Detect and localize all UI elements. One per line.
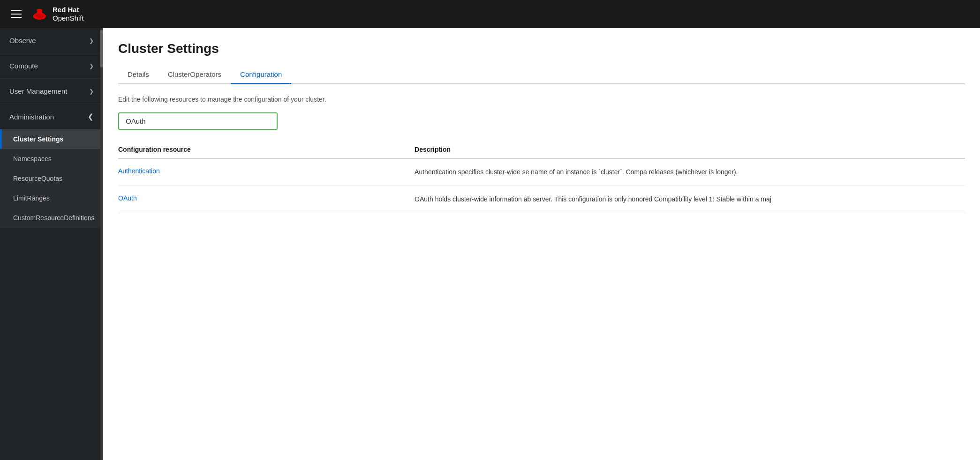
- table-cell-description-authentication: Authentication specifies cluster-wide se…: [415, 158, 965, 186]
- sidebar-item-observe[interactable]: Observe ❯: [0, 28, 103, 53]
- chevron-right-icon: ❯: [89, 88, 94, 95]
- main-content: Cluster Settings Details ClusterOperator…: [103, 28, 980, 460]
- search-box-wrapper: [118, 112, 965, 130]
- tabs: Details ClusterOperators Configuration: [118, 66, 965, 84]
- sidebar-administration-sub-items: Cluster Settings Namespaces ResourceQuot…: [0, 129, 103, 228]
- page-title: Cluster Settings: [118, 41, 965, 56]
- authentication-link[interactable]: Authentication: [118, 167, 160, 175]
- tab-cluster-operators[interactable]: ClusterOperators: [158, 66, 231, 84]
- sidebar-item-cluster-settings[interactable]: Cluster Settings: [0, 129, 103, 149]
- table-row: Authentication Authentication specifies …: [118, 158, 965, 186]
- sidebar-section-administration: Administration ❮ Cluster Settings Namesp…: [0, 104, 103, 228]
- oauth-link[interactable]: OAuth: [118, 194, 137, 202]
- sidebar-item-compute-label: Compute: [9, 62, 38, 70]
- column-header-resource: Configuration resource: [118, 141, 415, 158]
- redhat-icon: [31, 6, 48, 22]
- table-cell-resource-oauth: OAuth: [118, 186, 415, 213]
- section-description: Edit the following resources to manage t…: [118, 96, 965, 103]
- tab-configuration[interactable]: Configuration: [231, 66, 291, 84]
- table-body: Authentication Authentication specifies …: [118, 158, 965, 213]
- sidebar-item-user-management[interactable]: User Management ❯: [0, 79, 103, 104]
- brand-text: Red Hat OpenShift: [53, 6, 84, 22]
- scrollbar-track: [100, 28, 103, 460]
- sidebar-item-namespaces-label: Namespaces: [13, 155, 52, 163]
- sidebar-item-namespaces[interactable]: Namespaces: [0, 149, 103, 169]
- scrollbar-thumb[interactable]: [100, 30, 103, 67]
- column-header-description: Description: [415, 141, 965, 158]
- config-table: Configuration resource Description Authe…: [118, 141, 965, 213]
- chevron-right-icon: ❯: [89, 63, 94, 69]
- sidebar-item-limit-ranges[interactable]: LimitRanges: [0, 188, 103, 208]
- sidebar-item-custom-resource-definitions[interactable]: CustomResourceDefinitions: [0, 208, 103, 228]
- hamburger-button[interactable]: [8, 7, 25, 22]
- chevron-down-icon: ❮: [88, 112, 94, 121]
- search-input[interactable]: [118, 112, 278, 130]
- sidebar-section-administration-header[interactable]: Administration ❮: [0, 104, 103, 129]
- brand-logo: Red Hat OpenShift: [31, 6, 84, 22]
- sidebar-item-custom-resource-definitions-label: CustomResourceDefinitions: [13, 214, 95, 222]
- sidebar: Observe ❯ Compute ❯ User Management ❯ Ad…: [0, 28, 103, 460]
- sidebar-item-resource-quotas-label: ResourceQuotas: [13, 175, 62, 182]
- sidebar-item-compute[interactable]: Compute ❯: [0, 53, 103, 79]
- svg-point-2: [37, 9, 42, 13]
- table-row: OAuth OAuth holds cluster-wide informati…: [118, 186, 965, 213]
- table-header: Configuration resource Description: [118, 141, 965, 158]
- chevron-right-icon: ❯: [89, 37, 94, 44]
- table-cell-resource-authentication: Authentication: [118, 158, 415, 186]
- sidebar-item-resource-quotas[interactable]: ResourceQuotas: [0, 169, 103, 188]
- table-cell-description-oauth: OAuth holds cluster-wide information ab …: [415, 186, 965, 213]
- sidebar-item-limit-ranges-label: LimitRanges: [13, 194, 50, 202]
- tab-details[interactable]: Details: [118, 66, 158, 84]
- sidebar-item-observe-label: Observe: [9, 37, 36, 45]
- sidebar-item-cluster-settings-label: Cluster Settings: [13, 135, 63, 143]
- top-header: Red Hat OpenShift: [0, 0, 980, 28]
- sidebar-section-administration-label: Administration: [9, 113, 54, 121]
- sidebar-item-user-management-label: User Management: [9, 87, 67, 95]
